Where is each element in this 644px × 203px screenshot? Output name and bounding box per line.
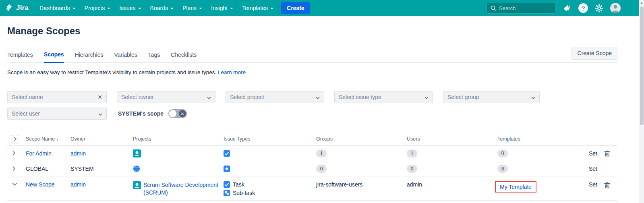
set-link[interactable]: Set xyxy=(589,166,597,172)
system-scope-toggle[interactable]: ✕ xyxy=(168,109,187,118)
filter-row-1: ✕ Select owner Select project Select iss… xyxy=(7,91,617,103)
expand-row-icon[interactable] xyxy=(12,151,15,155)
groups-count-badge: 1 xyxy=(316,149,327,157)
select-project-filter[interactable]: Select project xyxy=(226,91,324,103)
clear-name-icon[interactable]: ✕ xyxy=(97,94,102,100)
select-owner-filter[interactable]: Select owner xyxy=(117,91,215,103)
chevron-down-icon xyxy=(138,8,141,9)
table-row: New Scope admin Scrum Software Developme… xyxy=(7,176,617,201)
select-user-filter[interactable]: Select user xyxy=(7,108,107,120)
users-count-badge: 0 xyxy=(407,165,417,173)
select-group-value: Select group xyxy=(447,94,479,100)
page-content: Manage Scopes Templates Scopes Hierarchi… xyxy=(0,25,644,201)
expand-all-button[interactable] xyxy=(11,135,19,143)
templates-count-badge: 3 xyxy=(497,165,508,173)
all-issue-types-icon xyxy=(224,166,230,172)
select-issue-type-filter[interactable]: Select issue type xyxy=(334,91,433,103)
jira-logo-icon xyxy=(5,4,14,12)
nav-item-label: Projects xyxy=(85,5,105,11)
nav-item-label: Issues xyxy=(119,5,135,11)
navbar-search[interactable] xyxy=(487,3,556,14)
templates-count-badge: 0 xyxy=(497,149,508,157)
search-icon xyxy=(491,5,496,11)
header-scope-name[interactable]: Scope Name xyxy=(26,136,55,142)
issue-type-label: Sub-task xyxy=(233,190,255,196)
globe-icon xyxy=(133,165,140,172)
toggle-knob xyxy=(169,110,176,117)
scope-name-text: GLOBAL xyxy=(26,166,48,172)
create-button[interactable]: Create xyxy=(281,2,310,14)
avatar[interactable] xyxy=(610,3,621,13)
tab-variables[interactable]: Variables xyxy=(114,52,137,62)
users-count-badge: 1 xyxy=(407,149,417,157)
scope-name-link[interactable]: New Scope xyxy=(26,181,55,188)
project-link[interactable]: Scrum Software Development (SCRUM) xyxy=(143,181,224,197)
select-group-filter[interactable]: Select group xyxy=(443,91,540,103)
tab-tags[interactable]: Tags xyxy=(148,52,160,62)
nav-item-plans[interactable]: Plans xyxy=(178,0,207,16)
scope-name-link[interactable]: For Admin xyxy=(26,150,52,157)
expand-row-icon[interactable] xyxy=(12,166,15,171)
page-title: Manage Scopes xyxy=(7,25,617,37)
nav-item-dashboards[interactable]: Dashboards xyxy=(35,0,80,16)
chevron-down-icon xyxy=(107,8,110,9)
user-name-text: admin xyxy=(407,181,422,188)
navbar-right: ? xyxy=(487,3,621,14)
scrollbar-thumb[interactable] xyxy=(640,6,644,125)
owner-link[interactable]: admin xyxy=(70,181,86,188)
scrollbar[interactable] xyxy=(639,0,644,203)
nav-item-issues[interactable]: Issues xyxy=(115,0,145,16)
delete-scope-button[interactable] xyxy=(603,181,611,189)
nav-item-templates[interactable]: Templates xyxy=(238,0,278,16)
tab-hierarchies[interactable]: Hierarchies xyxy=(75,52,104,62)
task-issue-type-icon xyxy=(224,150,230,157)
template-highlight-box: My Template xyxy=(495,181,536,193)
set-link[interactable]: Set xyxy=(589,150,597,157)
header-issue-types: Issue Types xyxy=(224,136,250,142)
group-name-text: jira-software-users xyxy=(316,181,362,188)
learn-more-link[interactable]: Learn more xyxy=(218,69,246,75)
tabs-bar: Templates Scopes Hierarchies Variables T… xyxy=(7,47,617,63)
chevron-down-icon xyxy=(207,94,211,100)
nav-item-projects[interactable]: Projects xyxy=(80,0,115,16)
announcement-icon[interactable] xyxy=(563,4,572,12)
collapse-row-icon[interactable] xyxy=(12,183,17,186)
nav-item-boards[interactable]: Boards xyxy=(146,0,178,16)
scroll-up-arrow-icon[interactable] xyxy=(639,0,644,6)
template-link[interactable]: My Template xyxy=(500,184,532,190)
set-link[interactable]: Set xyxy=(589,181,597,188)
chevron-down-icon xyxy=(98,110,102,117)
task-issue-type-icon xyxy=(224,181,230,188)
search-input[interactable] xyxy=(499,5,552,11)
groups-count-badge: 0 xyxy=(316,165,327,173)
select-name-filter[interactable]: ✕ xyxy=(7,91,107,103)
chevron-down-icon xyxy=(72,8,76,9)
header-projects: Projects xyxy=(133,136,151,142)
table-row: GLOBAL SYSTEM 0 0 3 Set xyxy=(7,161,617,176)
jira-logo-text: Jira xyxy=(16,4,29,12)
chevron-down-icon xyxy=(425,94,429,100)
select-owner-value: Select owner xyxy=(121,94,154,100)
nav-item-label: Boards xyxy=(150,5,168,11)
filters-section: ✕ Select owner Select project Select iss… xyxy=(7,91,617,120)
nav-item-insight[interactable]: Insight xyxy=(207,0,238,16)
tab-scopes[interactable]: Scopes xyxy=(44,51,64,63)
select-name-input[interactable] xyxy=(12,94,95,100)
gear-icon[interactable] xyxy=(595,4,603,12)
scope-description: Scope is an easy way to restrict Templat… xyxy=(7,63,617,82)
tab-checklists[interactable]: Checklists xyxy=(171,52,197,62)
chevron-down-icon xyxy=(270,8,273,9)
chevron-down-icon xyxy=(170,8,174,9)
delete-scope-button[interactable] xyxy=(603,149,611,157)
create-scope-button[interactable]: Create Scope xyxy=(572,47,617,60)
nav-item-label: Plans xyxy=(182,5,197,11)
header-users: Users xyxy=(407,136,420,142)
select-project-value: Select project xyxy=(230,94,264,100)
help-icon[interactable]: ? xyxy=(578,3,588,13)
select-user-value: Select user xyxy=(12,110,40,117)
chevron-down-icon xyxy=(316,94,320,100)
jira-logo[interactable]: Jira xyxy=(5,4,29,12)
owner-link[interactable]: admin xyxy=(70,150,86,157)
tab-templates[interactable]: Templates xyxy=(7,52,33,62)
header-templates: Templates xyxy=(497,136,520,142)
